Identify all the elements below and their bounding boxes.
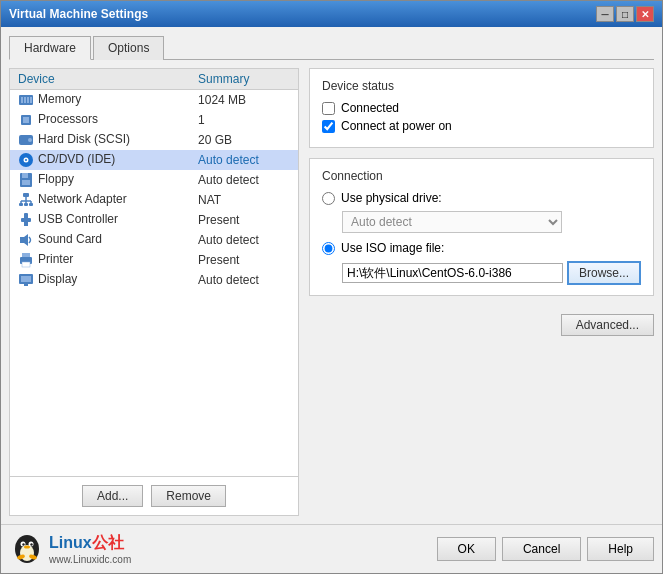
svg-rect-30 [22, 262, 30, 267]
col-summary: Summary [190, 69, 298, 90]
table-row[interactable]: Processors1 [10, 110, 298, 130]
device-name: CD/DVD (IDE) [38, 152, 115, 166]
physical-drive-select[interactable]: Auto detect [342, 211, 562, 233]
device-icon [18, 132, 34, 148]
main-content: Device Summary Memory1024 MBProcessors1H… [9, 68, 654, 516]
device-summary-cell: 1024 MB [190, 90, 298, 111]
device-summary-cell: Auto detect [190, 230, 298, 250]
device-name: Sound Card [38, 232, 102, 246]
device-name: Display [38, 272, 77, 286]
device-icon [18, 152, 34, 168]
advanced-button[interactable]: Advanced... [561, 314, 654, 336]
svg-point-11 [25, 159, 27, 161]
device-name-cell: Memory [10, 90, 190, 111]
add-button[interactable]: Add... [82, 485, 143, 507]
device-status-group: Device status Connected Connect at power… [309, 68, 654, 148]
logo-brand: Linux公社 [49, 533, 131, 554]
table-row[interactable]: Hard Disk (SCSI)20 GB [10, 130, 298, 150]
window-title: Virtual Machine Settings [9, 7, 148, 21]
svg-rect-25 [21, 218, 31, 222]
iso-file-row: Browse... [342, 261, 641, 285]
svg-rect-26 [24, 222, 28, 226]
connection-title: Connection [322, 169, 641, 183]
device-icon [18, 112, 34, 128]
connected-checkbox[interactable] [322, 102, 335, 115]
device-icon [18, 272, 34, 288]
table-row[interactable]: PrinterPresent [10, 250, 298, 270]
svg-point-39 [30, 543, 32, 545]
content-area: Hardware Options Device Summary [1, 27, 662, 524]
cancel-button[interactable]: Cancel [502, 537, 581, 561]
physical-drive-row: Use physical drive: [322, 191, 641, 205]
logo-area: Linux公社 www.Linuxidc.com [9, 531, 131, 567]
device-icon [18, 252, 34, 268]
col-device: Device [10, 69, 190, 90]
device-name-cell: Display [10, 270, 190, 290]
tab-hardware[interactable]: Hardware [9, 36, 91, 60]
svg-rect-29 [22, 253, 30, 257]
minimize-button[interactable]: ─ [596, 6, 614, 22]
tabs-container: Hardware Options [9, 35, 654, 60]
physical-label: Use physical drive: [341, 191, 442, 205]
close-button[interactable]: ✕ [636, 6, 654, 22]
maximize-button[interactable]: □ [616, 6, 634, 22]
iso-path-input[interactable] [342, 263, 563, 283]
logo-url: www.Linuxidc.com [49, 554, 131, 565]
device-icon [18, 192, 34, 208]
svg-rect-17 [24, 203, 28, 206]
table-row[interactable]: DisplayAuto detect [10, 270, 298, 290]
svg-marker-27 [20, 234, 28, 246]
svg-rect-14 [22, 180, 30, 185]
title-controls: ─ □ ✕ [596, 6, 654, 22]
connection-group: Connection Use physical drive: Auto dete… [309, 158, 654, 296]
tux-icon [9, 531, 45, 567]
connect-power-checkbox[interactable] [322, 120, 335, 133]
svg-point-8 [28, 138, 32, 142]
right-panel: Device status Connected Connect at power… [309, 68, 654, 516]
svg-rect-15 [23, 193, 29, 197]
table-row[interactable]: Network AdapterNAT [10, 190, 298, 210]
svg-rect-33 [24, 284, 28, 286]
browse-button[interactable]: Browse... [567, 261, 641, 285]
svg-rect-13 [22, 173, 28, 178]
device-name: Network Adapter [38, 192, 127, 206]
svg-rect-4 [30, 97, 32, 103]
svg-rect-16 [19, 203, 23, 206]
device-name: Hard Disk (SCSI) [38, 132, 130, 146]
svg-rect-3 [27, 97, 29, 103]
device-name-cell: Floppy [10, 170, 190, 190]
svg-rect-1 [21, 97, 23, 103]
device-summary-cell: NAT [190, 190, 298, 210]
table-row[interactable]: CD/DVD (IDE)Auto detect [10, 150, 298, 170]
device-name: Printer [38, 252, 73, 266]
device-name-cell: CD/DVD (IDE) [10, 150, 190, 170]
iso-label: Use ISO image file: [341, 241, 444, 255]
device-name: Floppy [38, 172, 74, 186]
device-name: USB Controller [38, 212, 118, 226]
device-summary-cell: Present [190, 210, 298, 230]
device-icon [18, 92, 34, 108]
ok-button[interactable]: OK [437, 537, 496, 561]
tab-options[interactable]: Options [93, 36, 164, 60]
help-button[interactable]: Help [587, 537, 654, 561]
physical-radio[interactable] [322, 192, 335, 205]
device-list-panel: Device Summary Memory1024 MBProcessors1H… [9, 68, 299, 516]
device-name-cell: Network Adapter [10, 190, 190, 210]
table-row[interactable]: FloppyAuto detect [10, 170, 298, 190]
device-name-cell: Printer [10, 250, 190, 270]
connected-label: Connected [341, 101, 399, 115]
svg-point-40 [24, 546, 30, 549]
connected-row: Connected [322, 101, 641, 115]
svg-point-38 [22, 543, 24, 545]
device-icon [18, 232, 34, 248]
iso-radio[interactable] [322, 242, 335, 255]
device-status-title: Device status [322, 79, 641, 93]
remove-button[interactable]: Remove [151, 485, 226, 507]
table-row[interactable]: USB ControllerPresent [10, 210, 298, 230]
table-row[interactable]: Sound CardAuto detect [10, 230, 298, 250]
table-row[interactable]: Memory1024 MB [10, 90, 298, 111]
main-window: Virtual Machine Settings ─ □ ✕ Hardware … [0, 0, 663, 574]
advanced-row: Advanced... [309, 314, 654, 336]
svg-rect-6 [23, 117, 29, 123]
device-summary-cell: Auto detect [190, 170, 298, 190]
